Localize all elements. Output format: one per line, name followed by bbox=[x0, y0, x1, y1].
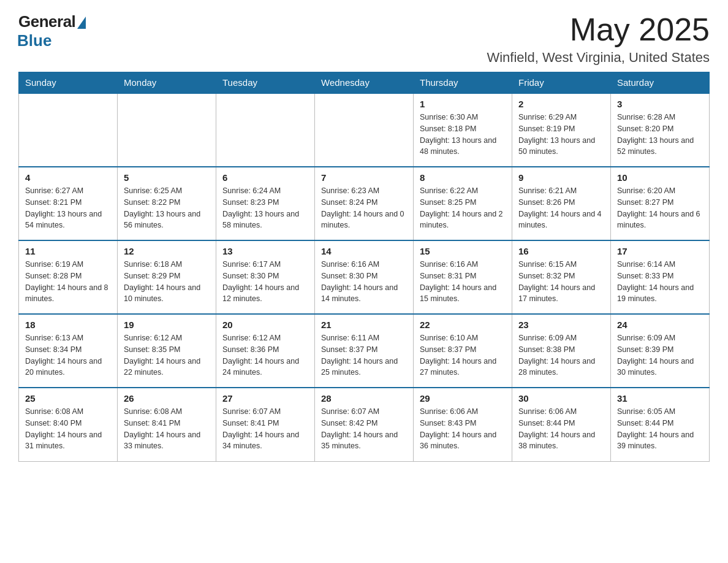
day-info: Sunrise: 6:30 AMSunset: 8:18 PMDaylight:… bbox=[420, 112, 506, 158]
day-info: Sunrise: 6:10 AMSunset: 8:37 PMDaylight:… bbox=[420, 332, 506, 378]
day-number: 24 bbox=[617, 320, 703, 330]
logo-triangle-icon bbox=[77, 17, 86, 29]
calendar-cell: 7Sunrise: 6:23 AMSunset: 8:24 PMDaylight… bbox=[315, 167, 414, 240]
calendar-cell: 6Sunrise: 6:24 AMSunset: 8:23 PMDaylight… bbox=[216, 167, 315, 240]
calendar-cell: 5Sunrise: 6:25 AMSunset: 8:22 PMDaylight… bbox=[118, 167, 216, 240]
day-of-week-header: Friday bbox=[512, 72, 611, 94]
day-info: Sunrise: 6:05 AMSunset: 8:44 PMDaylight:… bbox=[617, 406, 703, 452]
logo: General Blue bbox=[18, 12, 86, 50]
day-number: 14 bbox=[321, 246, 407, 256]
calendar-cell: 9Sunrise: 6:21 AMSunset: 8:26 PMDaylight… bbox=[512, 167, 611, 240]
day-number: 17 bbox=[617, 246, 703, 256]
calendar-week-row: 11Sunrise: 6:19 AMSunset: 8:28 PMDayligh… bbox=[19, 240, 710, 314]
day-number: 12 bbox=[124, 246, 210, 256]
day-number: 2 bbox=[518, 99, 604, 109]
calendar-cell: 27Sunrise: 6:07 AMSunset: 8:41 PMDayligh… bbox=[216, 388, 315, 461]
calendar-cell bbox=[118, 93, 216, 167]
day-number: 23 bbox=[518, 320, 604, 330]
calendar-cell: 3Sunrise: 6:28 AMSunset: 8:20 PMDaylight… bbox=[611, 93, 710, 167]
calendar-week-row: 25Sunrise: 6:08 AMSunset: 8:40 PMDayligh… bbox=[19, 388, 710, 461]
day-number: 6 bbox=[222, 172, 308, 183]
day-number: 9 bbox=[518, 172, 604, 183]
day-number: 7 bbox=[321, 172, 407, 183]
calendar-cell: 11Sunrise: 6:19 AMSunset: 8:28 PMDayligh… bbox=[19, 240, 118, 314]
calendar-cell: 18Sunrise: 6:13 AMSunset: 8:34 PMDayligh… bbox=[19, 314, 118, 388]
calendar-cell: 4Sunrise: 6:27 AMSunset: 8:21 PMDaylight… bbox=[19, 167, 118, 240]
day-number: 5 bbox=[124, 172, 210, 183]
day-number: 31 bbox=[617, 393, 703, 404]
calendar-cell: 8Sunrise: 6:22 AMSunset: 8:25 PMDaylight… bbox=[414, 167, 512, 240]
day-of-week-header: Thursday bbox=[414, 72, 512, 94]
logo-general-text: General bbox=[18, 12, 75, 31]
day-of-week-header: Saturday bbox=[611, 72, 710, 94]
day-number: 4 bbox=[25, 172, 111, 183]
day-number: 26 bbox=[124, 393, 210, 404]
day-info: Sunrise: 6:07 AMSunset: 8:42 PMDaylight:… bbox=[321, 406, 407, 452]
day-info: Sunrise: 6:27 AMSunset: 8:21 PMDaylight:… bbox=[25, 185, 111, 231]
calendar-cell: 19Sunrise: 6:12 AMSunset: 8:35 PMDayligh… bbox=[118, 314, 216, 388]
day-number: 20 bbox=[222, 320, 308, 330]
day-info: Sunrise: 6:09 AMSunset: 8:38 PMDaylight:… bbox=[518, 332, 604, 378]
day-info: Sunrise: 6:06 AMSunset: 8:44 PMDaylight:… bbox=[518, 406, 604, 452]
day-info: Sunrise: 6:12 AMSunset: 8:36 PMDaylight:… bbox=[222, 332, 308, 378]
logo-blue-text: Blue bbox=[17, 31, 51, 50]
location-title: Winfield, West Virginia, United States bbox=[487, 50, 710, 66]
day-info: Sunrise: 6:07 AMSunset: 8:41 PMDaylight:… bbox=[222, 406, 308, 452]
day-info: Sunrise: 6:11 AMSunset: 8:37 PMDaylight:… bbox=[321, 332, 407, 378]
calendar-cell bbox=[216, 93, 315, 167]
day-number: 21 bbox=[321, 320, 407, 330]
month-title: May 2025 bbox=[487, 12, 710, 47]
day-info: Sunrise: 6:16 AMSunset: 8:30 PMDaylight:… bbox=[321, 259, 407, 305]
calendar-cell: 1Sunrise: 6:30 AMSunset: 8:18 PMDaylight… bbox=[414, 93, 512, 167]
day-number: 29 bbox=[420, 393, 506, 404]
day-of-week-header: Sunday bbox=[19, 72, 118, 94]
day-of-week-header: Wednesday bbox=[315, 72, 414, 94]
day-info: Sunrise: 6:13 AMSunset: 8:34 PMDaylight:… bbox=[25, 332, 111, 378]
day-number: 22 bbox=[420, 320, 506, 330]
day-number: 27 bbox=[222, 393, 308, 404]
calendar-cell: 10Sunrise: 6:20 AMSunset: 8:27 PMDayligh… bbox=[611, 167, 710, 240]
day-info: Sunrise: 6:14 AMSunset: 8:33 PMDaylight:… bbox=[617, 259, 703, 305]
day-info: Sunrise: 6:18 AMSunset: 8:29 PMDaylight:… bbox=[124, 259, 210, 305]
day-info: Sunrise: 6:20 AMSunset: 8:27 PMDaylight:… bbox=[617, 185, 703, 231]
day-number: 3 bbox=[617, 99, 703, 109]
calendar-cell: 31Sunrise: 6:05 AMSunset: 8:44 PMDayligh… bbox=[611, 388, 710, 461]
day-number: 19 bbox=[124, 320, 210, 330]
day-number: 1 bbox=[420, 99, 506, 109]
day-number: 28 bbox=[321, 393, 407, 404]
calendar-cell: 16Sunrise: 6:15 AMSunset: 8:32 PMDayligh… bbox=[512, 240, 611, 314]
day-info: Sunrise: 6:16 AMSunset: 8:31 PMDaylight:… bbox=[420, 259, 506, 305]
day-of-week-header: Tuesday bbox=[216, 72, 315, 94]
calendar-cell: 20Sunrise: 6:12 AMSunset: 8:36 PMDayligh… bbox=[216, 314, 315, 388]
day-of-week-header: Monday bbox=[118, 72, 216, 94]
calendar-cell: 2Sunrise: 6:29 AMSunset: 8:19 PMDaylight… bbox=[512, 93, 611, 167]
day-info: Sunrise: 6:24 AMSunset: 8:23 PMDaylight:… bbox=[222, 185, 308, 231]
day-info: Sunrise: 6:21 AMSunset: 8:26 PMDaylight:… bbox=[518, 185, 604, 231]
calendar-week-row: 4Sunrise: 6:27 AMSunset: 8:21 PMDaylight… bbox=[19, 167, 710, 240]
calendar-cell: 29Sunrise: 6:06 AMSunset: 8:43 PMDayligh… bbox=[414, 388, 512, 461]
calendar-cell: 30Sunrise: 6:06 AMSunset: 8:44 PMDayligh… bbox=[512, 388, 611, 461]
day-info: Sunrise: 6:23 AMSunset: 8:24 PMDaylight:… bbox=[321, 185, 407, 231]
day-number: 11 bbox=[25, 246, 111, 256]
calendar-cell: 13Sunrise: 6:17 AMSunset: 8:30 PMDayligh… bbox=[216, 240, 315, 314]
day-info: Sunrise: 6:28 AMSunset: 8:20 PMDaylight:… bbox=[617, 112, 703, 158]
calendar-week-row: 1Sunrise: 6:30 AMSunset: 8:18 PMDaylight… bbox=[19, 93, 710, 167]
day-info: Sunrise: 6:17 AMSunset: 8:30 PMDaylight:… bbox=[222, 259, 308, 305]
calendar-cell: 15Sunrise: 6:16 AMSunset: 8:31 PMDayligh… bbox=[414, 240, 512, 314]
day-info: Sunrise: 6:06 AMSunset: 8:43 PMDaylight:… bbox=[420, 406, 506, 452]
calendar-cell: 24Sunrise: 6:09 AMSunset: 8:39 PMDayligh… bbox=[611, 314, 710, 388]
day-info: Sunrise: 6:09 AMSunset: 8:39 PMDaylight:… bbox=[617, 332, 703, 378]
day-number: 15 bbox=[420, 246, 506, 256]
day-number: 10 bbox=[617, 172, 703, 183]
page-header: General Blue May 2025 Winfield, West Vir… bbox=[18, 12, 710, 66]
day-number: 18 bbox=[25, 320, 111, 330]
calendar-table: SundayMondayTuesdayWednesdayThursdayFrid… bbox=[18, 72, 710, 462]
day-number: 8 bbox=[420, 172, 506, 183]
calendar-cell bbox=[19, 93, 118, 167]
day-info: Sunrise: 6:22 AMSunset: 8:25 PMDaylight:… bbox=[420, 185, 506, 231]
calendar-cell: 14Sunrise: 6:16 AMSunset: 8:30 PMDayligh… bbox=[315, 240, 414, 314]
day-info: Sunrise: 6:08 AMSunset: 8:41 PMDaylight:… bbox=[124, 406, 210, 452]
calendar-cell: 28Sunrise: 6:07 AMSunset: 8:42 PMDayligh… bbox=[315, 388, 414, 461]
day-info: Sunrise: 6:29 AMSunset: 8:19 PMDaylight:… bbox=[518, 112, 604, 158]
calendar-cell: 12Sunrise: 6:18 AMSunset: 8:29 PMDayligh… bbox=[118, 240, 216, 314]
